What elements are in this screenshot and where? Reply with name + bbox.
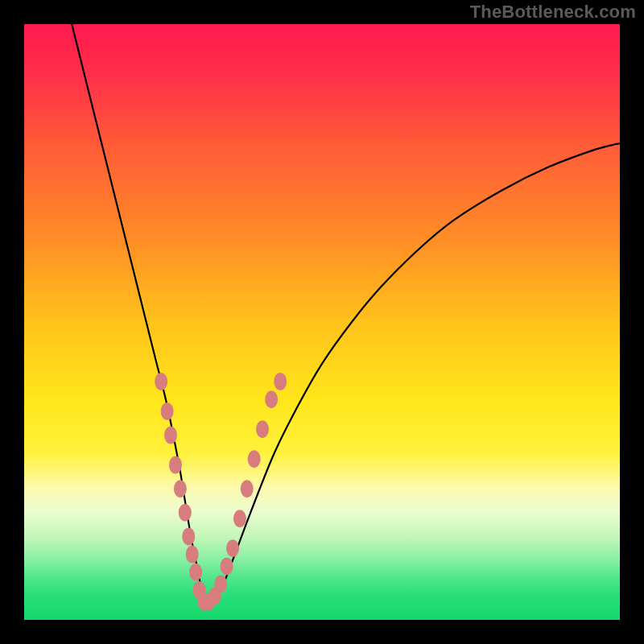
marker-dot <box>186 546 199 564</box>
marker-dot <box>221 557 233 575</box>
marker-dot <box>189 564 202 581</box>
bottleneck-chart <box>0 0 644 644</box>
marker-dot <box>169 456 182 474</box>
marker-dot <box>265 390 278 408</box>
marker-dot <box>179 504 192 522</box>
marker-dot <box>226 539 239 557</box>
watermark-text: TheBottleneck.com <box>470 2 636 23</box>
marker-dot <box>241 480 254 497</box>
marker-dot <box>182 527 195 545</box>
marker-dot <box>214 576 227 593</box>
plot-background <box>24 24 620 620</box>
marker-dot <box>174 480 187 497</box>
marker-dot <box>161 402 174 420</box>
marker-dot <box>256 420 269 438</box>
marker-dot <box>248 450 261 468</box>
marker-dot <box>233 510 246 527</box>
marker-dot <box>155 373 167 390</box>
marker-dot <box>164 427 177 444</box>
marker-dot <box>274 373 287 390</box>
